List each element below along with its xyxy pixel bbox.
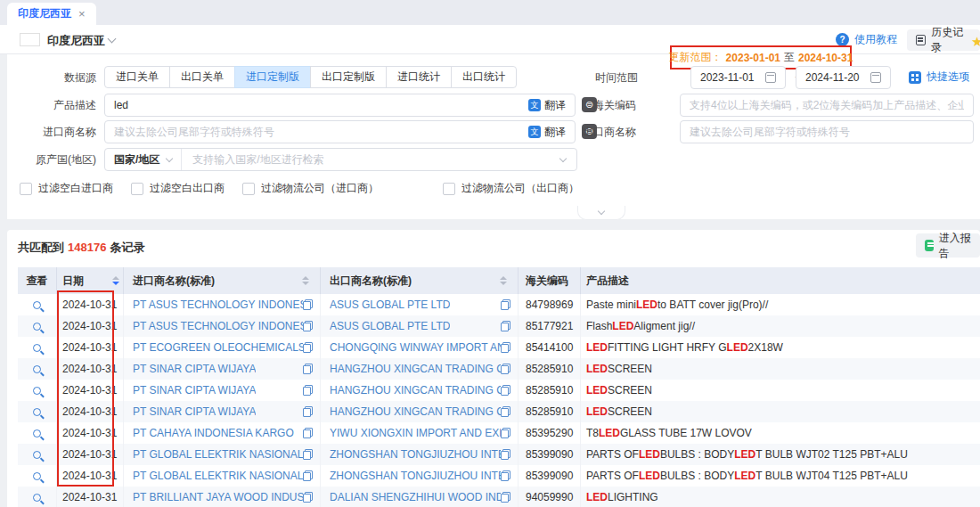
exporter-input[interactable]: 建议去除公司尾部字符或特殊符号	[680, 120, 974, 143]
date-cell: 2024-10-31	[57, 337, 124, 358]
tab-import-declaration[interactable]: 进口关单	[104, 66, 170, 88]
product-desc-cell: Flash LED Aligment jig//	[581, 315, 980, 337]
column-exporter[interactable]: 出口商名称(标准)	[321, 267, 519, 294]
indonesia-flag-icon	[20, 33, 40, 46]
copy-icon[interactable]	[303, 449, 313, 460]
checkbox-filter-logistics-exporter[interactable]: 过滤物流公司（出口商）	[443, 181, 579, 196]
exporter-link[interactable]: ASUS GLOBAL PTE LTD	[330, 320, 450, 332]
importer-link[interactable]: PT SINAR CIPTA WIJAYA	[133, 363, 256, 375]
importer-link[interactable]: PT SINAR CIPTA WIJAYA	[133, 405, 256, 418]
hs-code-input[interactable]: 支持4位以上海关编码，或2位海关编码加上产品描述、企业名称的任意信息	[680, 94, 974, 117]
copy-icon[interactable]	[501, 299, 510, 310]
copy-icon[interactable]	[303, 342, 313, 353]
table-row: 2024-10-31PT BRILLIANT JAYA WOOD INDUSTR…	[18, 487, 980, 507]
magnifier-icon[interactable]	[33, 429, 41, 437]
magnifier-icon[interactable]	[33, 301, 41, 309]
quick-options-link[interactable]: 快捷选项	[909, 70, 969, 85]
importer-link[interactable]: PT GLOBAL ELEKTRIK NASIONAL	[133, 470, 303, 482]
exporter-link[interactable]: ASUS GLOBAL PTE LTD	[330, 298, 450, 311]
chevron-down-icon[interactable]	[108, 35, 117, 44]
view-cell	[18, 444, 57, 465]
copy-icon[interactable]	[501, 321, 510, 331]
copy-icon[interactable]	[303, 406, 313, 417]
importer-cell: PT BRILLIANT JAYA WOOD INDUSTRY	[124, 487, 321, 507]
column-date[interactable]: 日期	[57, 267, 124, 294]
tab-import-stats[interactable]: 进口统计	[386, 66, 452, 88]
date-to-input[interactable]: 2024-11-20	[796, 66, 891, 89]
copy-icon[interactable]	[303, 428, 313, 438]
browser-tab-bar: 印度尼西亚 ×	[0, 0, 980, 25]
magnifier-icon[interactable]	[33, 365, 41, 373]
view-cell	[18, 315, 57, 337]
exporter-link[interactable]: ZHONGSHAN TONGJIUZHOU INTERNA...	[330, 470, 501, 482]
magnifier-icon[interactable]	[33, 387, 41, 395]
magnifier-icon[interactable]	[33, 494, 41, 502]
copy-icon[interactable]	[501, 406, 510, 417]
copy-icon[interactable]	[501, 342, 510, 353]
copy-icon[interactable]	[501, 449, 510, 460]
history-button[interactable]: 历史记录	[907, 29, 980, 51]
magnifier-icon[interactable]	[33, 451, 41, 459]
copy-icon[interactable]	[303, 385, 313, 396]
copy-icon[interactable]	[303, 364, 313, 374]
collapse-filters-button[interactable]	[577, 206, 625, 220]
copy-icon[interactable]	[501, 470, 510, 481]
importer-input[interactable]: 建议去除公司尾部字符或特殊符号 文 翻译	[104, 120, 576, 143]
results-summary: 共匹配到148176条记录	[18, 240, 144, 256]
importer-link[interactable]: PT ASUS TECHNOLOGY INDONESIA BA...	[133, 320, 303, 332]
checkbox-filter-blank-exporter[interactable]: 过滤空白出口商	[131, 181, 225, 196]
copy-icon[interactable]	[303, 299, 313, 310]
column-importer[interactable]: 进口商名称(标准)	[124, 267, 321, 294]
date-from-input[interactable]: 2023-11-01	[690, 66, 786, 89]
view-cell	[18, 337, 57, 358]
magnifier-icon[interactable]	[33, 408, 41, 416]
tab-title: 印度尼西亚	[18, 6, 71, 21]
exporter-link[interactable]: ZHONGSHAN TONGJIUZHOU INTERNA...	[330, 448, 501, 461]
date-cell: 2024-10-31	[57, 315, 124, 337]
checkbox-filter-logistics-importer[interactable]: 过滤物流公司（进口商）	[242, 181, 379, 196]
sort-icon[interactable]	[112, 276, 119, 285]
magnifier-icon[interactable]	[33, 323, 41, 331]
importer-link[interactable]: PT ASUS TECHNOLOGY INDONESIA BA...	[133, 298, 303, 311]
enter-report-button[interactable]: 进入报告	[916, 233, 980, 258]
origin-country-select[interactable]: 国家/地区 支持输入国家/地区进行检索	[104, 148, 577, 171]
importer-link[interactable]: PT SINAR CIPTA WIJAYA	[133, 384, 256, 397]
importer-link[interactable]: PT BRILLIANT JAYA WOOD INDUSTRY	[133, 491, 303, 503]
star-icon[interactable]: ★	[971, 34, 980, 50]
checkbox-filter-blank-importer[interactable]: 过滤空白进口商	[20, 181, 113, 196]
tab-export-declaration[interactable]: 出口关单	[169, 66, 235, 88]
tab-import-custom[interactable]: 进口定制版	[234, 66, 311, 88]
product-desc-input[interactable]: led 文 翻译	[104, 94, 576, 117]
origin-dropdown[interactable]: 国家/地区	[105, 149, 182, 170]
importer-cell: PT ASUS TECHNOLOGY INDONESIA BA...	[124, 315, 321, 337]
exporter-label: 出口商名称	[547, 125, 636, 140]
importer-link[interactable]: PT CAHAYA INDONESIA KARGO	[133, 427, 294, 439]
tab-indonesia[interactable]: 印度尼西亚 ×	[7, 3, 96, 25]
country-name: 印度尼西亚	[47, 33, 105, 49]
copy-icon[interactable]	[501, 385, 510, 396]
copy-icon[interactable]	[501, 364, 510, 374]
update-range-label: 更新范围：	[669, 50, 723, 65]
exporter-link[interactable]: HANGZHOU XINGCAN TRADING CO LTD	[330, 405, 501, 418]
sort-icon[interactable]	[500, 276, 507, 285]
exporter-link[interactable]: DALIAN SHENGZHIHUI WOOD INDUST...	[330, 491, 501, 503]
sort-icon[interactable]	[302, 276, 309, 285]
tab-export-custom[interactable]: 出口定制版	[310, 66, 387, 88]
exporter-link[interactable]: CHONGQING WINWAY IMPORT AND E...	[330, 341, 501, 354]
copy-icon[interactable]	[303, 492, 313, 503]
copy-icon[interactable]	[303, 321, 313, 331]
exporter-link[interactable]: YIWU XIONGXIN IMPORT AND EXPORT...	[330, 427, 501, 439]
importer-link[interactable]: PT ECOGREEN OLEOCHEMICALS	[133, 341, 303, 354]
magnifier-icon[interactable]	[33, 344, 41, 352]
tab-export-stats[interactable]: 出口统计	[451, 66, 517, 88]
exporter-link[interactable]: HANGZHOU XINGCAN TRADING CO LTD	[330, 363, 501, 375]
importer-link[interactable]: PT GLOBAL ELEKTRIK NASIONAL	[133, 448, 303, 461]
close-icon[interactable]: ×	[78, 8, 86, 20]
copy-icon[interactable]	[501, 428, 510, 438]
date-cell: 2024-10-31	[57, 401, 124, 422]
magnifier-icon[interactable]	[33, 472, 41, 480]
copy-icon[interactable]	[303, 470, 313, 481]
product-desc-cell: LED SCREEN	[581, 380, 980, 401]
exporter-link[interactable]: HANGZHOU XINGCAN TRADING CO LTD	[330, 384, 501, 397]
copy-icon[interactable]	[501, 492, 510, 503]
